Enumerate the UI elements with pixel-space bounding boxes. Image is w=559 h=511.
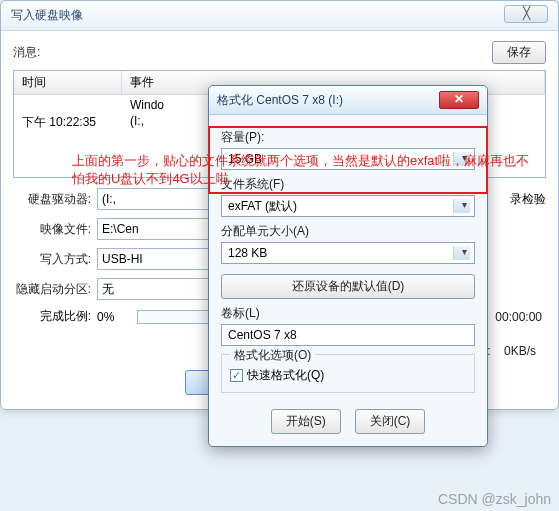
capacity-select[interactable]: 15 GB xyxy=(221,148,475,170)
close-icon[interactable]: ✕ xyxy=(439,91,479,109)
close-icon[interactable]: ╳ xyxy=(504,5,548,23)
quick-format-label: 快速格式化(Q) xyxy=(247,367,324,384)
format-dialog: 格式化 CentOS 7 x8 (I:) ✕ 容量(P): 15 GB 文件系统… xyxy=(208,85,488,447)
volume-input[interactable] xyxy=(221,324,475,346)
hidden-partition-label: 隐藏启动分区: xyxy=(13,281,91,298)
progress-label: 完成比例: xyxy=(13,308,91,325)
capacity-label: 容量(P): xyxy=(221,129,475,146)
close-button[interactable]: 关闭(C) xyxy=(355,409,426,434)
quick-format-checkbox[interactable]: ✓ 快速格式化(Q) xyxy=(230,367,466,384)
progress-time: 00:00:00 xyxy=(495,310,542,324)
front-title: 格式化 CentOS 7 x8 (I:) xyxy=(217,92,343,109)
progress-percent: 0% xyxy=(97,310,137,324)
back-title: 写入硬盘映像 xyxy=(11,7,83,24)
back-titlebar[interactable]: 写入硬盘映像 ╳ xyxy=(1,1,558,31)
alloc-label: 分配单元大小(A) xyxy=(221,223,475,240)
speed-value: 0KB/s xyxy=(504,344,536,358)
watermark: CSDN @zsk_john xyxy=(438,491,551,507)
filesystem-select[interactable]: exFAT (默认) xyxy=(221,195,475,217)
format-options-label: 格式化选项(O) xyxy=(230,347,315,364)
restore-defaults-button[interactable]: 还原设备的默认值(D) xyxy=(221,274,475,299)
message-label: 消息: xyxy=(13,44,40,61)
format-options-group: 格式化选项(O) ✓ 快速格式化(Q) xyxy=(221,354,475,393)
alloc-select[interactable]: 128 KB xyxy=(221,242,475,264)
volume-label: 卷标(L) xyxy=(221,305,475,322)
verify-label: 录检验 xyxy=(510,191,546,208)
start-button[interactable]: 开始(S) xyxy=(271,409,341,434)
write-method-label: 写入方式: xyxy=(13,251,91,268)
checkbox-icon: ✓ xyxy=(230,369,243,382)
filesystem-label: 文件系统(F) xyxy=(221,176,475,193)
col-time[interactable]: 时间 xyxy=(14,71,122,94)
drive-label: 硬盘驱动器: xyxy=(13,191,91,208)
front-titlebar[interactable]: 格式化 CentOS 7 x8 (I:) ✕ xyxy=(209,86,487,115)
save-button[interactable]: 保存 xyxy=(492,41,546,64)
image-file-label: 映像文件: xyxy=(13,221,91,238)
